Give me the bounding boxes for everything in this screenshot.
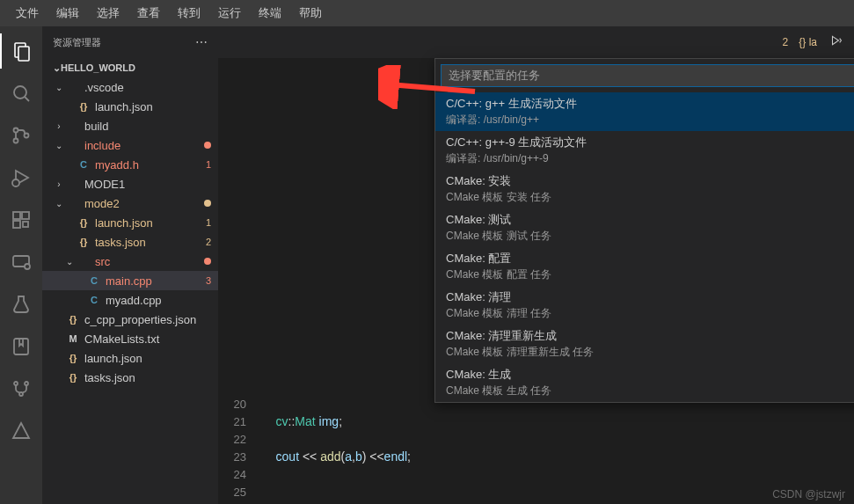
svg-rect-9 <box>13 212 20 219</box>
folder-item[interactable]: ⌄.vscode <box>42 77 218 97</box>
folder-item[interactable]: ›build <box>42 116 218 135</box>
run-debug-icon[interactable] <box>0 160 42 195</box>
tab-label[interactable]: {} la <box>799 36 817 48</box>
quick-pick-label: CMake: 生成 <box>446 367 854 383</box>
remote-icon[interactable] <box>0 245 42 280</box>
bookmark-icon[interactable] <box>0 329 42 364</box>
tree-label: myadd.cpp <box>106 294 211 307</box>
file-item[interactable]: {}launch.json <box>42 348 218 368</box>
status-dot <box>204 258 211 265</box>
line-number: 21 <box>218 415 262 428</box>
quick-pick-desc: 编译器: /usr/bin/g++-9 <box>446 151 854 166</box>
file-item[interactable]: MCMakeLists.txt <box>42 329 218 348</box>
cmake-icon: M <box>65 333 81 344</box>
svg-point-2 <box>14 86 26 99</box>
tree-label: CMakeLists.txt <box>84 332 211 346</box>
problem-badge: 1 <box>206 217 211 228</box>
quick-pick-label: C/C++: g++ 生成活动文件 <box>446 96 854 112</box>
folder-item[interactable]: ⌄src <box>42 252 218 271</box>
c-file-icon: C <box>86 295 102 305</box>
menu-item[interactable]: 帮助 <box>290 2 331 25</box>
menu-item[interactable]: 转到 <box>169 2 209 25</box>
file-item[interactable]: {}tasks.json2 <box>42 232 218 252</box>
run-icon[interactable] <box>828 34 843 50</box>
more-icon[interactable]: ⋯ <box>195 35 208 49</box>
code-line[interactable]: 22 <box>218 430 854 448</box>
file-item[interactable]: {}launch.json <box>42 97 218 116</box>
folder-item[interactable]: ›MODE1 <box>42 174 218 194</box>
sidebar-header: 资源管理器 ⋯ <box>42 26 218 58</box>
quick-pick-list: C/C++: g++ 生成活动文件编译器: /usr/bin/g++C/C++:… <box>435 92 854 402</box>
json-icon: {} <box>76 237 91 247</box>
quick-pick-item[interactable]: CMake: 清理CMake 模板 清理 任务 <box>435 286 854 325</box>
tree-label: launch.json <box>95 216 202 230</box>
quick-pick-item[interactable]: C/C++: g++-9 生成活动文件编译器: /usr/bin/g++-9 <box>435 131 854 170</box>
code-line[interactable]: 25 <box>218 483 854 500</box>
svg-rect-11 <box>13 221 20 228</box>
quick-pick-label: CMake: 测试 <box>446 212 854 228</box>
git-graph-icon[interactable] <box>0 371 42 406</box>
source-control-icon[interactable] <box>0 118 42 153</box>
file-item[interactable]: Cmyadd.h1 <box>42 155 218 174</box>
chevron-down-icon: ⌄ <box>53 83 65 92</box>
quick-pick-placeholder: 选择要配置的任务 <box>449 68 540 84</box>
problem-badge: 3 <box>206 275 211 286</box>
quick-pick-item[interactable]: C/C++: g++ 生成活动文件编译器: /usr/bin/g++ <box>435 92 854 131</box>
quick-pick-item[interactable]: CMake: 生成CMake 模板 生成 任务 <box>435 363 854 402</box>
menu-item[interactable]: 查看 <box>128 2 169 25</box>
file-item[interactable]: Cmyadd.cpp <box>42 290 218 310</box>
svg-point-4 <box>14 128 18 133</box>
menu-item[interactable]: 选择 <box>88 2 128 25</box>
code-line[interactable]: 23 cout << add(a,b) <<endl; <box>218 448 854 465</box>
menu-item[interactable]: 文件 <box>7 2 47 25</box>
file-item[interactable]: Cmain.cpp3 <box>42 271 218 290</box>
tree-label: mode2 <box>84 197 204 210</box>
project-title[interactable]: ⌄ HELLO_WORLD <box>42 58 218 77</box>
code-line[interactable]: 24 <box>218 465 854 483</box>
chevron-down-icon: ⌄ <box>63 257 76 267</box>
menu-item[interactable]: 编辑 <box>47 2 88 25</box>
tree-label: src <box>95 255 204 268</box>
folder-item[interactable]: ⌄include <box>42 135 218 155</box>
line-number: 25 <box>218 486 262 499</box>
quick-pick-label: CMake: 清理 <box>446 289 854 305</box>
folder-item[interactable]: ⌄mode2 <box>42 194 218 213</box>
tree-label: .vscode <box>84 81 211 94</box>
explorer-icon[interactable] <box>0 33 42 69</box>
chevron-down-icon: ⌄ <box>53 62 61 74</box>
quick-pick-item[interactable]: CMake: 清理重新生成CMake 模板 清理重新生成 任务 <box>435 325 854 363</box>
file-item[interactable]: {}launch.json1 <box>42 213 218 232</box>
svg-point-14 <box>25 264 30 269</box>
file-item[interactable]: {}tasks.json <box>42 368 218 387</box>
quick-pick-desc: 编译器: /usr/bin/g++ <box>446 113 854 128</box>
tree-label: c_cpp_properties.json <box>84 313 211 326</box>
cmake-icon[interactable] <box>0 413 42 449</box>
status-dot <box>204 200 211 207</box>
line-number: 23 <box>218 450 262 464</box>
menu-item[interactable]: 终端 <box>250 2 290 25</box>
quick-pick-label: C/C++: g++-9 生成活动文件 <box>446 135 854 150</box>
code-editor[interactable]: 2021 cv::Mat img;2223 cout << add(a,b) <… <box>218 391 854 504</box>
quick-pick-input[interactable]: 选择要配置的任务 <box>441 64 854 87</box>
tree-label: include <box>84 139 204 152</box>
activity-bar <box>0 26 42 504</box>
test-icon[interactable] <box>0 287 42 322</box>
file-item[interactable]: {}c_cpp_properties.json <box>42 310 218 329</box>
quick-pick: 选择要配置的任务 C/C++: g++ 生成活动文件编译器: /usr/bin/… <box>434 58 854 403</box>
tree-label: build <box>84 120 211 133</box>
code-line[interactable]: 21 cv::Mat img; <box>218 413 854 430</box>
line-number: 24 <box>218 468 262 481</box>
quick-pick-item[interactable]: CMake: 安装CMake 模板 安装 任务 <box>435 170 854 208</box>
svg-marker-19 <box>13 423 29 438</box>
c-file-icon: C <box>86 275 102 286</box>
menu-item[interactable]: 运行 <box>209 2 250 25</box>
json-icon: {} <box>76 101 91 112</box>
quick-pick-item[interactable]: CMake: 测试CMake 模板 测试 任务 <box>435 208 854 247</box>
search-icon[interactable] <box>0 76 42 111</box>
problem-badge: 2 <box>206 237 211 247</box>
chevron-down-icon: ⌄ <box>53 141 65 150</box>
svg-rect-15 <box>14 339 28 354</box>
extensions-icon[interactable] <box>0 202 42 237</box>
svg-rect-12 <box>23 222 28 227</box>
quick-pick-item[interactable]: CMake: 配置CMake 模板 配置 任务 <box>435 247 854 286</box>
